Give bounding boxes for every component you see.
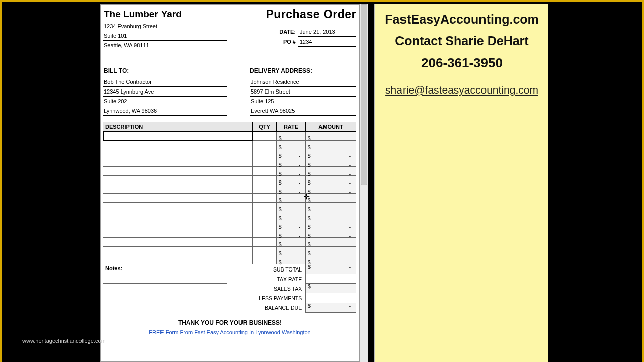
table-row: $-$-	[103, 194, 356, 203]
qty-cell[interactable]	[253, 140, 277, 149]
description-cell[interactable]	[103, 202, 253, 211]
delivery-line[interactable]: Suite 125	[250, 97, 356, 106]
amount-cell: $-	[306, 175, 356, 185]
amount-cell: $-	[306, 211, 356, 220]
notes-label: Notes:	[103, 264, 227, 274]
rate-cell[interactable]: $-	[277, 238, 306, 247]
description-cell[interactable]	[103, 175, 253, 185]
lesspayments-value[interactable]	[305, 293, 356, 303]
rate-cell[interactable]: $-	[277, 132, 306, 141]
table-row: $-$-	[103, 211, 356, 220]
description-cell[interactable]	[103, 132, 253, 141]
date-label: DATE:	[248, 29, 298, 35]
amount-cell: $-	[306, 194, 356, 203]
col-amount: AMOUNT	[306, 122, 356, 132]
delivery-line[interactable]: 5897 Elm Street	[250, 87, 356, 97]
delivery-line[interactable]: Everett WA 98025	[250, 106, 356, 116]
delivery-label: DELIVERY ADDRESS:	[250, 67, 356, 74]
qty-cell[interactable]	[253, 202, 277, 211]
rate-cell[interactable]: $-	[277, 211, 306, 220]
qty-cell[interactable]	[253, 149, 277, 158]
po-number-label: PO #	[248, 39, 298, 45]
qty-cell[interactable]	[253, 211, 277, 220]
salestax-label: SALES TAX	[227, 284, 305, 293]
scrollbar-thumb[interactable]	[361, 4, 367, 185]
table-row: $-$-	[103, 149, 356, 158]
table-row: $-$-	[103, 167, 356, 176]
rate-cell[interactable]: $-	[277, 255, 306, 264]
lesspayments-label: LESS PAYMENTS	[227, 293, 305, 303]
taxrate-value[interactable]	[305, 274, 356, 284]
qty-cell[interactable]	[253, 132, 277, 141]
rate-cell[interactable]: $-	[277, 185, 306, 194]
delivery-line[interactable]: Johnson Residence	[250, 77, 356, 87]
table-row: $-$-	[103, 132, 356, 141]
description-cell[interactable]	[103, 167, 253, 176]
rate-cell[interactable]: $-	[277, 202, 306, 211]
date-value[interactable]: June 21, 2013	[298, 27, 356, 37]
po-meta: DATE: June 21, 2013 PO # 1234	[248, 27, 356, 47]
qty-cell[interactable]	[253, 238, 277, 247]
col-rate: RATE	[277, 122, 306, 132]
notes-line[interactable]	[103, 284, 227, 293]
rate-cell[interactable]: $-	[277, 246, 306, 255]
rate-cell[interactable]: $-	[277, 194, 306, 203]
balancedue-value: $-	[305, 303, 356, 313]
table-row: $-$-	[103, 220, 356, 229]
rate-cell[interactable]: $-	[277, 167, 306, 176]
qty-cell[interactable]	[253, 194, 277, 203]
rate-cell[interactable]: $-	[277, 175, 306, 185]
description-cell[interactable]	[103, 158, 253, 167]
totals-block: SUB TOTAL $- TAX RATE SALES TAX $- LESS …	[227, 264, 356, 313]
email-link[interactable]: sharie@fasteasyaccounting.com	[385, 84, 538, 96]
qty-cell[interactable]	[253, 158, 277, 167]
amount-cell: $-	[306, 220, 356, 229]
bill-to-line[interactable]: Bob The Contractor	[103, 77, 227, 87]
table-row: $-$-	[103, 185, 356, 194]
rate-cell[interactable]: $-	[277, 140, 306, 149]
description-cell[interactable]	[103, 194, 253, 203]
table-row: $-$-	[103, 158, 356, 167]
rate-cell[interactable]: $-	[277, 149, 306, 158]
business-card-panel: FastEasyAccounting.com Contact Sharie De…	[374, 4, 548, 362]
table-row: $-$-	[103, 255, 356, 264]
table-row: $-$-	[103, 229, 356, 238]
rate-cell[interactable]: $-	[277, 220, 306, 229]
qty-cell[interactable]	[253, 175, 277, 185]
notes-line[interactable]	[103, 303, 227, 313]
qty-cell[interactable]	[253, 255, 277, 264]
document-title: Purchase Order	[266, 8, 356, 21]
description-cell[interactable]	[103, 211, 253, 220]
phone-text: 206-361-3950	[375, 55, 548, 71]
bill-to-block: BILL TO: Bob The Contractor 12345 Lynnbu…	[103, 60, 227, 116]
description-cell[interactable]	[103, 149, 253, 158]
description-cell[interactable]	[103, 229, 253, 238]
po-number-value[interactable]: 1234	[298, 37, 356, 47]
address-line[interactable]: 1234 Evanburg Street	[103, 22, 227, 31]
address-line[interactable]: Suite 101	[103, 31, 227, 41]
description-cell[interactable]	[103, 238, 253, 247]
description-cell[interactable]	[103, 255, 253, 264]
bill-to-line[interactable]: Suite 202	[103, 97, 227, 106]
notes-line[interactable]	[103, 274, 227, 284]
qty-cell[interactable]	[253, 246, 277, 255]
address-line[interactable]: Seattle, WA 98111	[103, 41, 227, 50]
description-cell[interactable]	[103, 140, 253, 149]
qty-cell[interactable]	[253, 220, 277, 229]
table-row: $-$-	[103, 246, 356, 255]
description-cell[interactable]	[103, 185, 253, 194]
subtotal-value: $-	[305, 264, 356, 274]
qty-cell[interactable]	[253, 167, 277, 176]
description-cell[interactable]	[103, 220, 253, 229]
notes-line[interactable]	[103, 293, 227, 303]
qty-cell[interactable]	[253, 229, 277, 238]
bill-to-line[interactable]: Lynnwood, WA 98036	[103, 106, 227, 116]
rate-cell[interactable]: $-	[277, 158, 306, 167]
bill-to-line[interactable]: 12345 Lynnburg Ave	[103, 87, 227, 97]
vertical-scrollbar[interactable]	[360, 4, 368, 362]
company-address: 1234 Evanburg Street Suite 101 Seattle, …	[103, 22, 227, 50]
qty-cell[interactable]	[253, 185, 277, 194]
free-form-link[interactable]: FREE Form From Fast Easy Accounting In L…	[103, 329, 357, 335]
rate-cell[interactable]: $-	[277, 229, 306, 238]
description-cell[interactable]	[103, 246, 253, 255]
